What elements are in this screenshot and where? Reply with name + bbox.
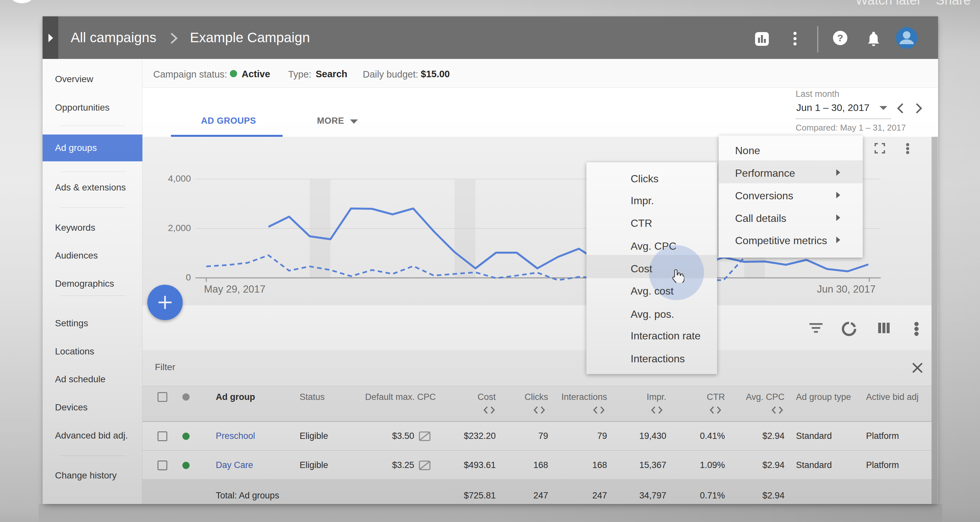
svg-text:?: ? [837, 32, 843, 43]
